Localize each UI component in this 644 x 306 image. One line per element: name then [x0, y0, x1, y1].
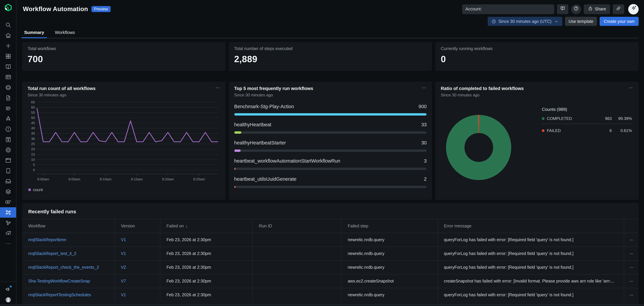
sidebar-item-cloud-cost[interactable]	[0, 228, 16, 239]
donut-legend-title: Counts (989)	[542, 107, 632, 112]
sidebar-item-infrastructure[interactable]	[0, 134, 16, 145]
version-link[interactable]: V1	[121, 238, 126, 242]
failed-on-cell: Feb 23, 2026 at 2:30pm	[160, 233, 253, 247]
row-menu-button[interactable]	[624, 274, 638, 288]
account-selector[interactable]: Account:	[462, 4, 554, 14]
row-menu-button[interactable]	[624, 233, 638, 247]
bar-label: heartbeat_workflowAutomationStartWorkflo…	[234, 158, 340, 164]
sidebar-bottom	[0, 282, 16, 306]
column-header-failed-on[interactable]: Failed on↓	[160, 219, 253, 233]
billboard-label: Total workflows	[28, 46, 220, 51]
workflow-link[interactable]: Sha-TestingWorkflowCreateSnap	[28, 279, 90, 284]
svg-text:25: 25	[31, 142, 35, 146]
share-button[interactable]: Share	[584, 4, 610, 14]
preview-badge: Preview	[92, 6, 110, 12]
svg-text:9:05am: 9:05am	[68, 177, 80, 181]
chart-menu-button[interactable]	[215, 86, 220, 91]
sidebar-item-ai-assistant[interactable]	[0, 114, 16, 124]
table-row: Sha-TestingWorkflowCreateSnap V7 Feb 23,…	[22, 274, 638, 288]
sidebar-item-dashboards[interactable]	[0, 72, 16, 82]
time-picker[interactable]: Since 30 minutes ago (UTC)	[488, 17, 562, 26]
sparkle-icon	[630, 5, 637, 13]
sidebar-item-inbox[interactable]	[0, 176, 16, 186]
column-header-run-id[interactable]: Run ID	[253, 219, 342, 233]
failed-on-cell: Feb 23, 2026 at 2:30pm	[160, 274, 253, 288]
use-template-button[interactable]: Use template	[565, 17, 597, 26]
version-link[interactable]: V1	[121, 251, 126, 256]
tab-workflows[interactable]: Workflows	[54, 30, 76, 38]
version-link[interactable]: V2	[121, 265, 126, 270]
table-row: nrqlSlackReport_check_the_events_2 V2 Fe…	[22, 261, 638, 274]
failed-on-cell: Feb 23, 2026 at 2:30pm	[160, 261, 253, 274]
workflow-link[interactable]: nrqlSlackReport_check_the_events_2	[28, 265, 99, 270]
bar-item: heartbeat_workflowAutomationStartWorkflo…	[234, 158, 426, 170]
column-header-failed-step[interactable]: Failed step	[342, 219, 438, 233]
line-chart: 051015202530354045505560659:00am9:05am9:…	[28, 100, 220, 185]
help-button[interactable]	[571, 4, 581, 14]
sidebar-item-docs[interactable]	[0, 61, 16, 72]
column-header-workflow[interactable]: Workflow	[22, 219, 114, 233]
chart-menu-button[interactable]	[422, 86, 427, 91]
sidebar-item-more[interactable]	[0, 239, 16, 249]
chart-title: Total run count of all workflows	[28, 86, 96, 91]
column-header-version[interactable]: Version	[114, 219, 160, 233]
sidebar-item-mobile[interactable]	[0, 166, 16, 176]
sidebar-item-session-replay[interactable]	[0, 197, 16, 207]
error-message-cell: queryForLog has failed with error: [Requ…	[438, 261, 624, 274]
chart-menu-button[interactable]	[628, 86, 633, 91]
copy-link-button[interactable]	[613, 4, 624, 14]
row-menu-button[interactable]	[624, 247, 638, 261]
bar-value: 2	[424, 176, 427, 182]
workflow-link[interactable]: nrqlSlackReportTestingSchedules	[28, 293, 91, 298]
sort-desc-icon: ↓	[185, 224, 188, 228]
newrelic-logo-icon[interactable]	[4, 3, 12, 12]
help-icon	[573, 6, 579, 12]
workflow-link[interactable]: nrqlSlackReportbmn	[28, 238, 66, 242]
row-menu-button[interactable]	[624, 288, 638, 302]
sidebar-item-apm[interactable]	[0, 145, 16, 155]
slice-percent: 99.39%	[612, 116, 632, 121]
sidebar-item-alerts[interactable]	[0, 124, 16, 134]
chart-subtitle: Since 30 minutes ago	[441, 93, 524, 97]
sidebar-item-reports[interactable]	[0, 93, 16, 103]
svg-text:9:00am: 9:00am	[37, 177, 49, 181]
line-chart-card: Total run count of all workflows Since 3…	[22, 82, 225, 200]
header-actions: Account: Share	[462, 4, 638, 14]
create-your-own-button[interactable]: Create your own	[600, 17, 638, 26]
column-header-actions	[624, 219, 638, 233]
page-title: Workflow Automation	[23, 5, 88, 13]
sidebar-item-service-map[interactable]	[0, 218, 16, 228]
svg-text:30: 30	[31, 137, 35, 141]
error-message-cell: createSnapshot has failed with error: [I…	[438, 274, 624, 288]
announcements-button[interactable]	[0, 285, 16, 294]
sidebar-item-apps[interactable]	[0, 51, 16, 61]
svg-text:60: 60	[31, 105, 35, 109]
sidebar-item-browser-apps[interactable]	[0, 155, 16, 166]
svg-text:9:25am: 9:25am	[193, 177, 205, 181]
ai-assistant-button[interactable]	[628, 4, 638, 14]
sidebar-item-entities[interactable]	[0, 186, 16, 197]
version-link[interactable]: V7	[121, 279, 126, 284]
donut-chart	[446, 115, 512, 180]
sidebar-item-search[interactable]	[0, 20, 16, 30]
bar-label: healthyHeartbeat	[234, 122, 271, 127]
slice-percent: 0.61%	[612, 128, 632, 133]
sidebar-item-home[interactable]	[0, 30, 16, 41]
workflow-link[interactable]: nrqlSlackReport_test_it_2	[28, 251, 76, 256]
sidebar-item-add[interactable]	[0, 41, 16, 51]
sidebar-item-browser[interactable]	[0, 82, 16, 93]
slice-label: COMPLETED	[547, 116, 572, 121]
feedback-button[interactable]	[557, 4, 568, 14]
version-link[interactable]: V1	[121, 293, 126, 298]
svg-text:50: 50	[31, 116, 35, 120]
failed-step-cell: aws.ec2.createSnapshot	[342, 274, 438, 288]
chart-subtitle: Since 30 minutes ago	[234, 93, 313, 97]
feedback-icon	[560, 6, 565, 12]
column-header-error-message[interactable]: Error message	[438, 219, 624, 233]
sidebar-item-logs[interactable]	[0, 103, 16, 114]
bar-label: heartbeat_utilsUuidGenerate	[234, 176, 296, 182]
sidebar-item-workflow-automation[interactable]	[0, 207, 16, 218]
row-menu-button[interactable]	[624, 261, 638, 274]
tab-summary[interactable]: Summary	[23, 30, 46, 38]
user-avatar[interactable]	[5, 297, 11, 303]
